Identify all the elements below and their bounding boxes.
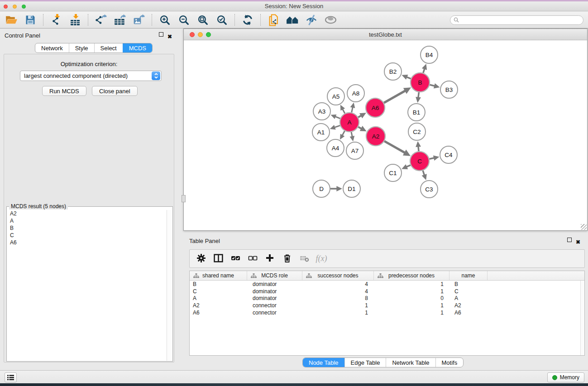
tab-network[interactable]: Network xyxy=(35,43,69,52)
zoom-fit-button[interactable] xyxy=(193,13,212,27)
memory-button[interactable]: Memory xyxy=(547,372,584,382)
node-C3[interactable]: C3 xyxy=(421,181,438,198)
table-scrollbar[interactable] xyxy=(580,281,584,355)
result-list-item[interactable]: A xyxy=(7,217,166,224)
tab-style[interactable]: Style xyxy=(69,43,94,52)
open-session-button[interactable] xyxy=(2,13,21,27)
save-session-button[interactable] xyxy=(21,13,40,27)
zoom-selected-button[interactable] xyxy=(212,13,231,27)
network-canvas[interactable]: A1A3A4A5A7A8B1B2B3B4C1C2C3C4DD1AA2A6BC xyxy=(184,40,587,230)
edge-B-B2[interactable] xyxy=(402,75,411,80)
zoom-in-button[interactable] xyxy=(155,13,174,27)
edge-C-C3[interactable] xyxy=(422,171,427,180)
edge-B-B3[interactable] xyxy=(430,83,440,89)
table-row[interactable]: A6connector11A6 xyxy=(190,309,584,316)
zoom-window-button[interactable] xyxy=(22,5,26,9)
node-A3[interactable]: A3 xyxy=(313,103,330,120)
table-tab-node-table[interactable]: Node Table xyxy=(303,358,344,367)
export-image-button[interactable] xyxy=(129,13,148,27)
column-header-predecessor-nodes[interactable]: predecessor nodes xyxy=(374,271,449,280)
zoom-out-button[interactable] xyxy=(174,13,193,27)
birdseye-view-button[interactable] xyxy=(321,13,340,27)
network-minimize-button[interactable] xyxy=(198,32,203,37)
edge-A-A4[interactable] xyxy=(340,131,345,139)
column-header-successor-nodes[interactable]: successor nodes xyxy=(302,271,374,280)
close-panel-button[interactable]: Close panel xyxy=(92,86,138,96)
task-history-button[interactable] xyxy=(5,372,17,382)
tab-mcds[interactable]: MCDS xyxy=(123,43,152,52)
node-B1[interactable]: B1 xyxy=(408,104,425,121)
node-A8[interactable]: A8 xyxy=(347,85,364,102)
node-A4[interactable]: A4 xyxy=(327,139,344,157)
tab-select[interactable]: Select xyxy=(94,43,123,52)
select-all-columns-button[interactable] xyxy=(230,253,241,264)
edge-B-B4[interactable] xyxy=(422,64,427,73)
table-tab-network-table[interactable]: Network Table xyxy=(386,358,435,367)
edge-C-C4[interactable] xyxy=(430,155,440,161)
hide-details-button[interactable] xyxy=(302,13,321,27)
deselect-all-columns-button[interactable] xyxy=(247,253,258,264)
node-B4[interactable]: B4 xyxy=(421,46,438,63)
edge-A-A7[interactable] xyxy=(350,132,355,142)
table-row[interactable]: A2connector11A2 xyxy=(190,302,584,309)
node-C4[interactable]: C4 xyxy=(440,146,457,163)
node-B[interactable]: B xyxy=(411,73,430,92)
result-list-item[interactable]: C xyxy=(7,232,166,239)
run-mcds-button[interactable]: Run MCDS xyxy=(42,86,86,96)
split-view-button[interactable] xyxy=(213,253,224,264)
node-C1[interactable]: C1 xyxy=(384,164,402,181)
import-table-button[interactable] xyxy=(66,13,85,27)
result-list-item[interactable]: A6 xyxy=(7,239,166,246)
edge-A-A1[interactable] xyxy=(330,125,340,129)
close-window-button[interactable] xyxy=(4,5,8,9)
node-A1[interactable]: A1 xyxy=(312,124,330,141)
column-header-name[interactable]: name xyxy=(449,271,488,280)
float-panel-icon[interactable] xyxy=(159,32,163,37)
edge-A-A2[interactable] xyxy=(358,126,366,131)
table-row[interactable]: Adominator80A xyxy=(190,295,584,302)
session-details-button[interactable] xyxy=(264,13,283,27)
edge-D-D1[interactable] xyxy=(330,186,342,191)
column-header-shared-name[interactable]: shared name xyxy=(190,271,247,280)
result-list-item[interactable]: A2 xyxy=(7,210,166,217)
edge-A-A8[interactable] xyxy=(350,103,355,113)
minimize-window-button[interactable] xyxy=(13,5,17,9)
criterion-dropdown[interactable]: largest connected component (directed) xyxy=(20,71,162,81)
edge-A-A3[interactable] xyxy=(331,114,340,119)
node-B2[interactable]: B2 xyxy=(384,63,402,80)
delete-column-button[interactable] xyxy=(282,253,292,264)
edge-C-C2[interactable] xyxy=(416,141,421,151)
close-panel-icon[interactable] xyxy=(167,32,172,37)
node-A[interactable]: A xyxy=(340,113,359,132)
import-network-button[interactable] xyxy=(47,13,66,27)
edge-C-C1[interactable] xyxy=(402,164,411,169)
table-close-panel-icon[interactable] xyxy=(576,238,581,243)
node-A6[interactable]: A6 xyxy=(366,98,385,117)
splitter-grip[interactable] xyxy=(182,195,186,202)
export-table-button[interactable] xyxy=(110,13,129,27)
edge-B-B1[interactable] xyxy=(416,92,421,103)
search-input[interactable] xyxy=(461,16,583,24)
export-network-button[interactable] xyxy=(91,13,110,27)
result-list-item[interactable]: B xyxy=(7,224,166,232)
refresh-view-button[interactable] xyxy=(238,13,257,27)
result-scrollbar[interactable] xyxy=(167,210,172,361)
edge-A-A6[interactable] xyxy=(358,113,366,118)
edge-A6-B[interactable] xyxy=(384,87,411,103)
table-tab-edge-table[interactable]: Edge Table xyxy=(344,358,386,367)
table-tab-motifs[interactable]: Motifs xyxy=(435,358,464,367)
node-D1[interactable]: D1 xyxy=(343,180,360,197)
network-zoom-button[interactable] xyxy=(206,32,211,37)
node-A2[interactable]: A2 xyxy=(366,127,385,146)
column-settings-button[interactable] xyxy=(196,253,206,264)
node-B3[interactable]: B3 xyxy=(440,81,458,98)
node-C2[interactable]: C2 xyxy=(408,123,425,140)
table-float-panel-icon[interactable] xyxy=(567,238,572,242)
node-A7[interactable]: A7 xyxy=(346,142,363,159)
node-D[interactable]: D xyxy=(313,180,330,197)
edge-A-A5[interactable] xyxy=(340,105,345,114)
edge-A2-C[interactable] xyxy=(384,141,411,156)
table-row[interactable]: Cdominator41C xyxy=(190,288,584,295)
add-column-button[interactable] xyxy=(264,253,275,264)
window-resize-grip[interactable] xyxy=(581,224,587,230)
